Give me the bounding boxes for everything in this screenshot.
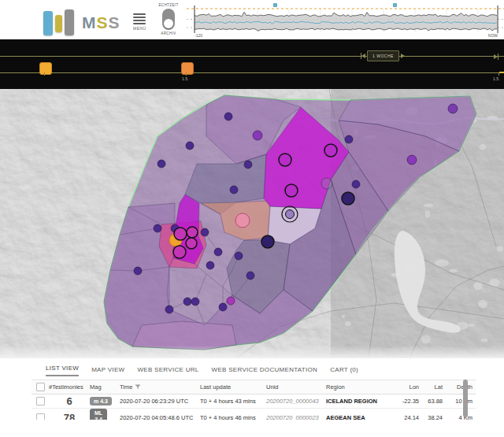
table-header: #Testimonies Mag Time Last update Unid R… bbox=[32, 380, 476, 394]
event-circle[interactable] bbox=[261, 235, 274, 248]
row-checkbox[interactable] bbox=[36, 413, 45, 420]
event-circle[interactable] bbox=[214, 248, 222, 256]
event-circle[interactable] bbox=[183, 298, 191, 306]
event-circle[interactable] bbox=[246, 272, 254, 280]
axis-tick bbox=[186, 72, 187, 76]
event-circle[interactable] bbox=[448, 104, 458, 113]
event-circle[interactable] bbox=[187, 227, 198, 238]
tab-map-view[interactable]: MAP VIEW bbox=[91, 366, 124, 376]
tab-list-view[interactable]: LIST VIEW bbox=[46, 365, 79, 376]
col-testimonies[interactable]: #Testimonies bbox=[49, 383, 90, 391]
event-circle[interactable] bbox=[235, 252, 243, 260]
event-circle[interactable] bbox=[134, 267, 142, 275]
town-patch bbox=[424, 203, 433, 207]
event-circle[interactable] bbox=[158, 160, 165, 168]
event-circle[interactable] bbox=[321, 178, 332, 189]
axis-highlight-segment bbox=[499, 72, 504, 73]
event-lat: 38.24 bbox=[422, 414, 446, 420]
row-checkbox[interactable] bbox=[36, 397, 45, 406]
event-circle[interactable] bbox=[174, 228, 187, 240]
event-circle[interactable] bbox=[219, 303, 227, 311]
event-circle[interactable] bbox=[206, 261, 214, 269]
event-unid: 20200720_0000023 bbox=[266, 414, 326, 420]
range-label[interactable]: 1 WOCHE bbox=[367, 50, 399, 61]
event-circle[interactable] bbox=[279, 154, 291, 166]
event-marker-2[interactable] bbox=[181, 62, 194, 75]
town-patch bbox=[342, 315, 345, 318]
col-lon[interactable]: Lon bbox=[392, 383, 422, 391]
voronoi-cell[interactable] bbox=[132, 321, 236, 350]
table-scrollbar[interactable] bbox=[463, 380, 468, 417]
event-circle[interactable] bbox=[342, 192, 354, 205]
tab-cart[interactable]: CART (0) bbox=[330, 366, 358, 376]
town-patch bbox=[435, 259, 449, 266]
event-marker-1[interactable] bbox=[39, 62, 52, 75]
col-lat[interactable]: Lat bbox=[422, 383, 446, 391]
event-circle[interactable] bbox=[286, 210, 295, 219]
tab-web-service-documentation[interactable]: WEB SERVICE DOCUMENTATION bbox=[212, 366, 318, 376]
hamburger-icon bbox=[133, 13, 146, 24]
event-last-update: T0 + 4 hours 46 mins bbox=[200, 414, 266, 420]
event-circle[interactable] bbox=[345, 135, 353, 143]
week-range-widget[interactable]: 1 WOCHE bbox=[361, 50, 405, 61]
col-unid[interactable]: Unid bbox=[266, 383, 326, 391]
toggle-label-archiv: ARCHIV bbox=[154, 31, 183, 35]
wave-event-marker[interactable] bbox=[273, 3, 277, 7]
mss-logo[interactable]: MSS bbox=[43, 7, 120, 35]
seismic-map[interactable] bbox=[0, 89, 504, 358]
event-circle[interactable] bbox=[352, 180, 360, 188]
event-circle[interactable] bbox=[285, 184, 298, 197]
town-patch bbox=[450, 269, 458, 272]
event-circle[interactable] bbox=[324, 144, 337, 157]
time-sort-icon[interactable] bbox=[135, 384, 141, 390]
town-patch bbox=[497, 246, 503, 252]
event-circle[interactable] bbox=[191, 298, 199, 306]
col-depth[interactable]: Depth bbox=[446, 383, 476, 391]
event-circle[interactable] bbox=[407, 155, 417, 165]
event-circle[interactable] bbox=[154, 224, 161, 232]
toggle-knob bbox=[164, 19, 173, 28]
tab-web-service-url[interactable]: WEB SERVICE URL bbox=[137, 366, 198, 376]
table-row[interactable]: 6 m 4.3 2020-07-20 06:23:29 UTC T0 + 4 h… bbox=[32, 394, 476, 409]
event-depth: 10 Km bbox=[446, 398, 476, 405]
menu-button[interactable]: MENÜ bbox=[133, 13, 146, 31]
mode-toggle-switch[interactable] bbox=[162, 9, 175, 30]
town-patch bbox=[421, 335, 431, 344]
town-patch bbox=[293, 91, 300, 99]
event-region: ICELAND REGION bbox=[326, 398, 392, 405]
town-patch bbox=[140, 121, 144, 128]
event-time: 2020-07-20 04:05:48.6 UTC bbox=[120, 414, 200, 420]
app-header: MSS MENÜ ECHTZEIT ARCHIV -120NOW bbox=[0, 0, 504, 39]
event-circle[interactable] bbox=[224, 113, 232, 120]
range-right-arrow-icon[interactable] bbox=[401, 54, 405, 58]
map-container bbox=[0, 89, 504, 358]
timeline-bars: 1 WOCHE 1.5. 1.5. bbox=[0, 39, 504, 89]
logo-text: MSS bbox=[82, 13, 120, 32]
range-end-marker[interactable] bbox=[494, 54, 498, 60]
event-circle[interactable] bbox=[165, 306, 173, 313]
col-region[interactable]: Region bbox=[326, 383, 392, 391]
event-circle[interactable] bbox=[230, 186, 238, 194]
event-circle[interactable] bbox=[173, 246, 186, 258]
select-all-checkbox[interactable] bbox=[36, 383, 45, 391]
col-mag[interactable]: Mag bbox=[90, 383, 120, 391]
wave-right-label: NOW bbox=[488, 33, 498, 38]
event-circle[interactable] bbox=[186, 142, 194, 150]
event-unid: 20200720_0000043 bbox=[266, 398, 326, 405]
event-circle[interactable] bbox=[201, 228, 209, 236]
col-time[interactable]: Time bbox=[120, 383, 200, 391]
event-circle[interactable] bbox=[253, 131, 262, 140]
event-circle[interactable] bbox=[186, 238, 197, 249]
seismogram-strip-chart[interactable]: -120NOW bbox=[187, 0, 504, 39]
timeline-day-axis bbox=[0, 72, 504, 73]
range-left-arrow-icon[interactable] bbox=[361, 54, 365, 58]
town-patch bbox=[479, 144, 486, 150]
table-row[interactable]: 78 ML3.4 2020-07-20 04:05:48.6 UTC T0 + … bbox=[32, 409, 476, 420]
event-circle[interactable] bbox=[235, 213, 250, 228]
event-circle[interactable] bbox=[227, 297, 235, 305]
event-lon: 24.14 bbox=[392, 414, 422, 420]
col-last-update[interactable]: Last update bbox=[200, 383, 266, 391]
event-circle[interactable] bbox=[244, 161, 252, 169]
wave-event-marker[interactable] bbox=[393, 3, 397, 7]
magnitude-badge: ML3.4 bbox=[90, 409, 107, 420]
